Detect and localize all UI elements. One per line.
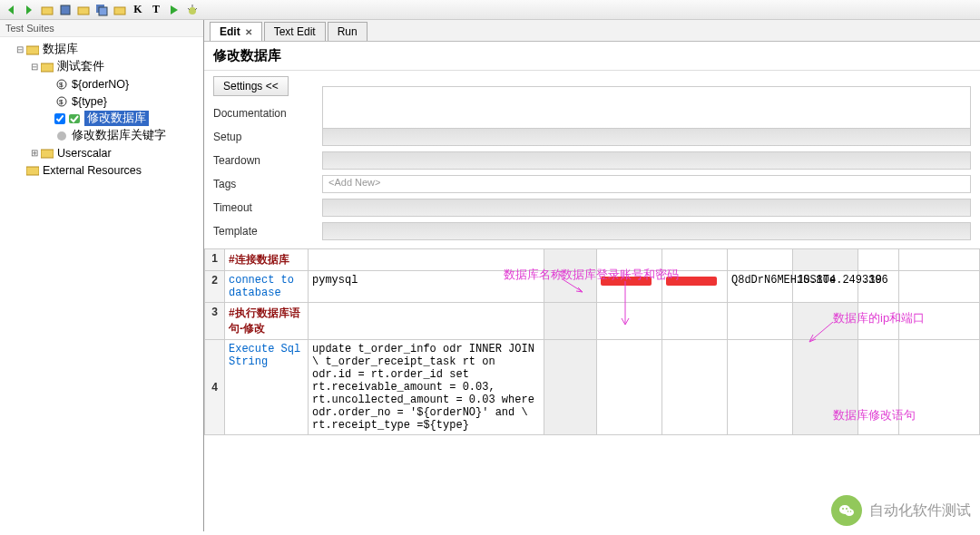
svg-point-17 bbox=[57, 131, 66, 141]
comment-cell[interactable]: #执行数据库语句-修改 bbox=[225, 303, 309, 340]
svg-text:$: $ bbox=[59, 98, 64, 106]
arg-cell-dbname[interactable] bbox=[597, 271, 662, 303]
folder-icon bbox=[40, 146, 54, 160]
timeout-field[interactable] bbox=[322, 199, 971, 217]
folder-icon bbox=[25, 43, 40, 57]
row-number: 1 bbox=[205, 249, 225, 271]
prop-label-setup: Setup bbox=[213, 131, 322, 143]
prop-label-timeout: Timeout bbox=[213, 201, 322, 214]
svg-point-24 bbox=[845, 509, 854, 516]
folder-icon bbox=[40, 60, 54, 74]
arg-cell-host[interactable]: 10.104.249.19 bbox=[793, 271, 858, 303]
play-icon[interactable] bbox=[167, 3, 181, 17]
svg-rect-11 bbox=[41, 63, 54, 72]
editor-tabbar: Edit✕ Text Edit Run bbox=[204, 20, 980, 42]
tags-field[interactable]: <Add New> bbox=[322, 175, 971, 193]
testcase-checkbox[interactable] bbox=[54, 113, 65, 124]
svg-rect-19 bbox=[26, 167, 39, 175]
tree-item-selected[interactable]: 修改数据库 bbox=[2, 110, 201, 127]
tree-item[interactable]: 修改数据库关键字 bbox=[2, 127, 201, 144]
t-icon[interactable]: T bbox=[149, 3, 163, 17]
watermark-text: 自动化软件测试 bbox=[869, 501, 971, 520]
keyword-cell[interactable]: connect to database bbox=[225, 271, 309, 303]
row-number: 2 bbox=[205, 271, 225, 303]
svg-point-27 bbox=[848, 511, 849, 512]
svg-rect-5 bbox=[114, 7, 125, 15]
test-suites-sidebar: Test Suites ⊟数据库 ⊟测试套件 $${orderNO} $${ty… bbox=[0, 20, 204, 531]
template-field[interactable] bbox=[322, 222, 971, 240]
prop-label-tags: Tags bbox=[213, 178, 322, 190]
keyword-grid: 1 #连接数据库 2 connect to database pymysql Q… bbox=[204, 248, 980, 531]
testcase-icon bbox=[67, 112, 82, 126]
tab-run[interactable]: Run bbox=[328, 22, 368, 41]
settings-toggle-button[interactable]: Settings << bbox=[213, 76, 289, 96]
k-icon[interactable]: K bbox=[131, 3, 145, 17]
tree-userscalar[interactable]: ⊞Userscalar bbox=[2, 144, 201, 161]
prop-label-template: Template bbox=[213, 225, 322, 238]
svg-point-6 bbox=[189, 7, 196, 15]
editor-area: Edit✕ Text Edit Run 修改数据库 Settings << Do… bbox=[204, 20, 980, 531]
folder-icon bbox=[25, 163, 40, 178]
forward-icon[interactable] bbox=[22, 3, 36, 17]
suite-tree: ⊟数据库 ⊟测试套件 $${orderNO} $${type} 修改数据库 修改… bbox=[0, 37, 203, 182]
teardown-field[interactable] bbox=[322, 151, 971, 170]
svg-rect-18 bbox=[41, 150, 54, 158]
svg-rect-16 bbox=[69, 114, 80, 123]
row-number: 4 bbox=[205, 340, 225, 435]
svg-rect-0 bbox=[42, 7, 53, 15]
setup-field[interactable] bbox=[322, 128, 971, 146]
tab-edit[interactable]: Edit✕ bbox=[210, 22, 262, 41]
scalar-icon: $ bbox=[54, 94, 69, 109]
open2-icon[interactable] bbox=[76, 3, 91, 17]
svg-point-25 bbox=[842, 508, 844, 510]
table-row[interactable]: 1 #连接数据库 bbox=[205, 249, 980, 271]
svg-point-26 bbox=[846, 508, 848, 510]
svg-line-8 bbox=[188, 8, 190, 10]
back-icon[interactable] bbox=[4, 3, 18, 17]
tree-external[interactable]: External Resources bbox=[2, 161, 201, 179]
row-number: 3 bbox=[205, 303, 225, 340]
tree-item[interactable]: $${orderNO} bbox=[2, 75, 201, 92]
arg-cell-user[interactable] bbox=[662, 271, 728, 303]
keyword-cell[interactable]: Execute Sql String bbox=[225, 340, 309, 435]
main-toolbar: K T bbox=[0, 0, 980, 20]
table-row[interactable]: 4 Execute Sql String update t_order_info… bbox=[205, 340, 980, 435]
arg-cell[interactable]: pymysql bbox=[309, 271, 544, 303]
keyword-icon bbox=[54, 129, 69, 143]
svg-rect-4 bbox=[99, 7, 107, 15]
close-icon[interactable]: ✕ bbox=[245, 27, 252, 37]
folder2-icon[interactable] bbox=[113, 3, 127, 17]
bug-icon[interactable] bbox=[185, 3, 200, 17]
arg-cell-pass[interactable]: Q8dDrN6MEHJSS8Te bbox=[728, 271, 793, 303]
tree-root[interactable]: ⊟数据库 bbox=[2, 41, 201, 58]
arg-cell-port[interactable]: 3306 bbox=[858, 271, 899, 303]
saveall-icon[interactable] bbox=[94, 3, 109, 17]
prop-label-doc: Documentation bbox=[213, 107, 322, 120]
wechat-icon bbox=[831, 495, 862, 526]
save-icon[interactable] bbox=[58, 3, 73, 17]
watermark: 自动化软件测试 bbox=[831, 495, 971, 526]
page-title: 修改数据库 bbox=[204, 42, 980, 71]
svg-rect-2 bbox=[78, 7, 89, 15]
testcase-properties: Documentation Setup Teardown Tags<Add Ne… bbox=[204, 102, 980, 248]
open-icon[interactable] bbox=[40, 3, 54, 17]
table-row[interactable]: 2 connect to database pymysql Q8dDrN6MEH… bbox=[205, 271, 980, 303]
tree-item[interactable]: $${type} bbox=[2, 92, 201, 110]
arg-cell-sql[interactable]: update t_order_info odr INNER JOIN \ t_o… bbox=[309, 340, 544, 435]
tree-suite[interactable]: ⊟测试套件 bbox=[2, 58, 201, 75]
tab-textedit[interactable]: Text Edit bbox=[264, 22, 326, 41]
svg-text:$: $ bbox=[59, 81, 64, 89]
prop-label-teardown: Teardown bbox=[213, 154, 322, 167]
comment-cell[interactable]: #连接数据库 bbox=[225, 249, 309, 271]
sidebar-title: Test Suites bbox=[0, 20, 203, 37]
table-row[interactable]: 3 #执行数据库语句-修改 bbox=[205, 303, 980, 340]
scalar-icon: $ bbox=[54, 77, 69, 92]
svg-rect-10 bbox=[26, 46, 39, 54]
svg-rect-1 bbox=[61, 5, 70, 15]
svg-point-28 bbox=[850, 511, 852, 512]
svg-line-9 bbox=[195, 8, 197, 10]
